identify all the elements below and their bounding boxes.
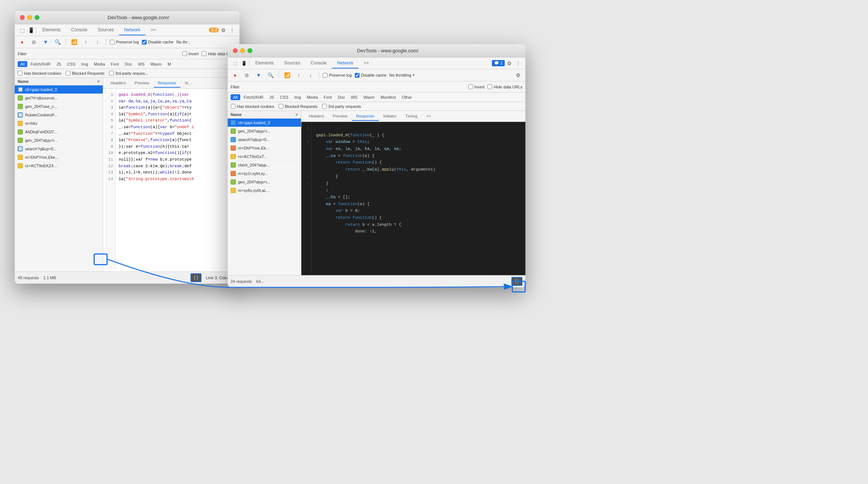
list-item[interactable]: ⬜ cb=gapi.loaded_0	[15, 85, 103, 94]
type-manifest-2[interactable]: Manifest	[378, 94, 399, 100]
list-item[interactable]: rs=ACT9oEKZ4...	[15, 162, 103, 170]
type-all-1[interactable]: All	[18, 61, 27, 67]
minimize-button-2[interactable]	[240, 48, 245, 53]
initiator-tab-1[interactable]: In...	[181, 79, 196, 88]
export-icon-2[interactable]: ↓	[306, 71, 315, 80]
blocked-requests-checkbox-2[interactable]	[279, 104, 283, 109]
third-party-checkbox-2[interactable]	[322, 104, 327, 109]
search-icon-2[interactable]: 🔍	[266, 71, 275, 80]
type-wasm-1[interactable]: Wasm	[148, 61, 164, 67]
type-other-2[interactable]: Other	[399, 94, 414, 100]
headers-tab-1[interactable]: Headers	[106, 79, 130, 88]
tab-sources-2[interactable]: Sources	[279, 58, 305, 69]
tab-sources-1[interactable]: Sources	[92, 25, 119, 35]
format-button-2[interactable]: {}	[511, 277, 522, 286]
list-item[interactable]: search?q&cp=0...	[228, 136, 301, 144]
preserve-log-checkbox-1[interactable]	[110, 40, 115, 45]
list-item[interactable]: ⬜ search?q&cp=0...	[15, 145, 103, 153]
type-doc-2[interactable]: Doc	[335, 94, 348, 100]
filter-icon-1[interactable]: ▼	[41, 38, 50, 46]
record-icon-2[interactable]: ●	[231, 71, 239, 80]
list-item[interactable]: m=DhPYme,Ek...	[228, 144, 301, 152]
list-item[interactable]: m=hfcr	[15, 119, 103, 128]
list-item[interactable]: m=sy1r,sybt,sy...	[228, 169, 301, 178]
has-blocked-cookies-label-1[interactable]: Has blocked cookies	[18, 71, 61, 76]
type-css-1[interactable]: CSS	[64, 61, 78, 67]
record-icon-1[interactable]: ●	[18, 38, 27, 46]
has-blocked-cookies-label-2[interactable]: Has blocked cookies	[231, 104, 274, 109]
list-item[interactable]: gen_204?atyp=i...	[228, 178, 301, 186]
hide-data-urls-checkbox-2[interactable]	[487, 84, 492, 89]
preview-tab-1[interactable]: Preview	[130, 79, 154, 88]
tab-more-1[interactable]: >>	[146, 25, 161, 35]
block-requests-icon-2[interactable]: ⊘	[242, 71, 251, 80]
type-js-2[interactable]: JS	[267, 94, 277, 100]
format-button-1[interactable]: {}	[190, 273, 202, 282]
tab-elements-2[interactable]: Elements	[250, 58, 279, 69]
tab-network-2[interactable]: Network	[332, 58, 358, 69]
list-item[interactable]: m=DhPYme,Eke...	[15, 153, 103, 162]
list-item[interactable]: A6DkqFxHDGl7...	[15, 128, 103, 136]
invert-label-1[interactable]: Invert	[182, 51, 199, 56]
type-doc-1[interactable]: Doc	[122, 61, 135, 67]
import-icon-2[interactable]: ↑	[294, 71, 303, 80]
invert-checkbox-1[interactable]	[182, 51, 187, 56]
hide-data-urls-label-2[interactable]: Hide data URLs	[487, 84, 522, 89]
import-icon-1[interactable]: ↑	[81, 38, 90, 46]
headers-tab-2[interactable]: Headers	[304, 112, 329, 121]
type-media-2[interactable]: Media	[304, 94, 321, 100]
list-item[interactable]: rs=ACT9oGsT...	[228, 152, 301, 161]
close-button-2[interactable]	[233, 48, 238, 53]
list-item[interactable]: client_204?atyp...	[228, 161, 301, 169]
type-font-1[interactable]: Font	[108, 61, 122, 67]
preserve-log-label-1[interactable]: Preserve log	[110, 40, 139, 45]
type-css-2[interactable]: CSS	[277, 94, 291, 100]
invert-label-2[interactable]: Invert	[468, 84, 485, 89]
type-ws-1[interactable]: WS	[135, 61, 147, 67]
list-item[interactable]: m=sy6s,sy6t,aL...	[228, 186, 301, 195]
tab-more-2[interactable]: >>	[358, 58, 374, 69]
list-item[interactable]: ⬜ RotateCookiesP...	[15, 111, 103, 119]
close-list-icon-1[interactable]: ✕	[97, 80, 100, 84]
type-media-1[interactable]: Media	[91, 61, 108, 67]
preserve-log-checkbox-2[interactable]	[323, 73, 328, 78]
type-ws-2[interactable]: WS	[348, 94, 360, 100]
search-icon-1[interactable]: 🔍	[53, 38, 62, 46]
type-fetch-2[interactable]: Fetch/XHR	[241, 94, 266, 100]
third-party-label-1[interactable]: 3rd-party reques...	[109, 71, 148, 76]
more-menu-icon-1[interactable]: ⋮	[228, 26, 237, 35]
blocked-requests-checkbox-1[interactable]	[66, 71, 70, 76]
code-content-2[interactable]: 1 - 2 - - - - - - - - - - - - gap	[301, 122, 525, 275]
list-item[interactable]: gen_204?atyp=i...	[15, 136, 103, 145]
more-menu-icon-2[interactable]: ⋮	[514, 59, 522, 68]
response-tab-2[interactable]: Response	[352, 112, 379, 121]
code-area-1[interactable]: 12345 678910 11121314 gapi.loaded_0(func…	[103, 89, 239, 271]
settings-icon-2[interactable]: ⚙	[505, 59, 514, 68]
timing-tab-2[interactable]: Timing	[401, 112, 422, 121]
type-js-1[interactable]: JS	[54, 61, 64, 67]
type-wasm-2[interactable]: Wasm	[361, 94, 377, 100]
minimize-button-1[interactable]	[27, 15, 32, 20]
has-blocked-cookies-2[interactable]	[231, 104, 235, 109]
tab-console-1[interactable]: Console	[66, 25, 92, 35]
blocked-requests-label-2[interactable]: Blocked Requests	[279, 104, 318, 109]
type-img-1[interactable]: Img	[79, 61, 91, 67]
third-party-label-2[interactable]: 3rd-party requests	[322, 104, 361, 109]
block-requests-icon-1[interactable]: ⊘	[29, 38, 38, 46]
has-blocked-cookies-1[interactable]	[18, 71, 22, 76]
preview-tab-2[interactable]: Preview	[329, 112, 352, 121]
response-tab-1[interactable]: Response	[154, 79, 181, 88]
network-conditions-icon-1[interactable]: 📶	[70, 38, 78, 46]
close-list-icon-2[interactable]: ✕	[295, 113, 298, 117]
list-item[interactable]: gen_204?use_c...	[15, 102, 103, 111]
network-conditions-icon-2[interactable]: 📶	[283, 71, 291, 80]
type-img-2[interactable]: Img	[292, 94, 304, 100]
hide-data-urls-checkbox-1[interactable]	[202, 51, 206, 56]
network-settings-icon-2[interactable]: ⚙	[514, 71, 522, 80]
tab-network-1[interactable]: Network	[119, 25, 146, 35]
disable-cache-checkbox-1[interactable]	[142, 40, 147, 45]
maximize-button-2[interactable]	[248, 48, 252, 53]
disable-cache-label-2[interactable]: Disable cache	[355, 73, 386, 78]
close-button-1[interactable]	[20, 15, 25, 20]
export-icon-1[interactable]: ↓	[93, 38, 102, 46]
